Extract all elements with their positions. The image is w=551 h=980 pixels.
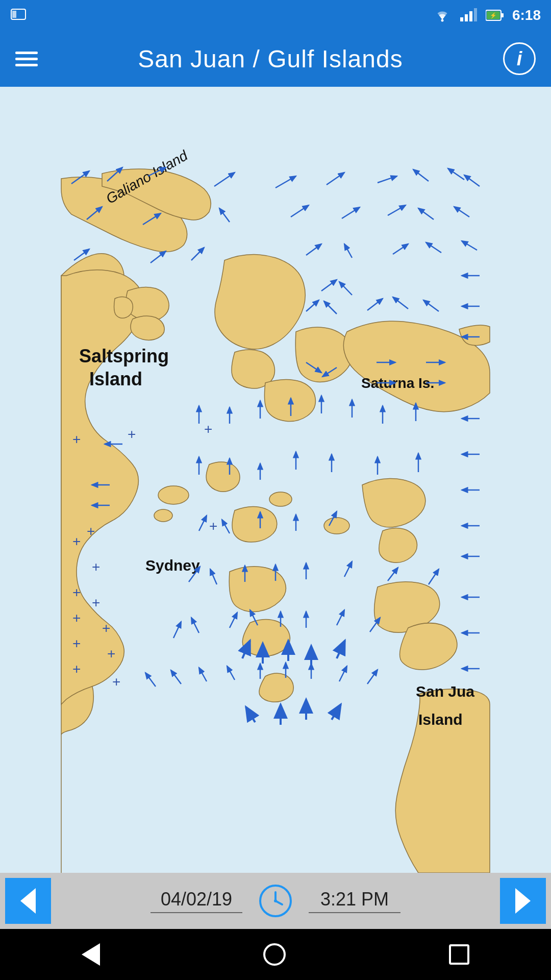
next-button[interactable] xyxy=(500,878,546,924)
svg-text:+: + xyxy=(204,421,212,437)
recents-button[interactable] xyxy=(449,944,469,965)
svg-rect-5 xyxy=(469,11,472,21)
svg-marker-146 xyxy=(20,888,36,914)
back-button[interactable] xyxy=(82,943,100,966)
status-time: 6:18 xyxy=(512,7,541,23)
svg-text:+: + xyxy=(102,620,110,636)
svg-point-150 xyxy=(274,899,277,902)
svg-rect-8 xyxy=(501,13,504,17)
svg-text:+: + xyxy=(112,674,120,690)
svg-text:+: + xyxy=(72,431,81,447)
svg-text:+: + xyxy=(72,533,81,549)
svg-text:⚡: ⚡ xyxy=(490,12,497,19)
date-display[interactable]: 04/02/19 xyxy=(151,889,242,913)
battery-icon: ⚡ xyxy=(486,9,504,22)
svg-text:Island: Island xyxy=(89,369,142,389)
svg-point-12 xyxy=(158,486,189,504)
map-svg: + + + + + + + + + + + + + + + Galiano Is… xyxy=(0,87,551,873)
svg-text:Island: Island xyxy=(418,711,463,728)
svg-point-2 xyxy=(441,19,443,22)
svg-marker-151 xyxy=(515,888,531,914)
svg-text:+: + xyxy=(72,610,81,626)
svg-text:Sydney: Sydney xyxy=(145,557,200,574)
info-button[interactable]: i xyxy=(503,42,536,75)
svg-point-14 xyxy=(269,492,292,506)
svg-text:+: + xyxy=(72,661,81,677)
status-bar: ⚡ 6:18 xyxy=(0,0,551,31)
svg-rect-1 xyxy=(12,11,16,18)
svg-point-15 xyxy=(324,518,349,534)
android-nav-bar xyxy=(0,929,551,980)
svg-rect-6 xyxy=(474,8,477,21)
svg-text:Saltspring: Saltspring xyxy=(79,346,169,366)
app-bar: San Juan / Gulf Islands i xyxy=(0,31,551,87)
wifi-icon xyxy=(433,8,452,22)
svg-rect-3 xyxy=(460,17,463,21)
signal-icon xyxy=(460,8,478,22)
svg-point-13 xyxy=(154,509,172,522)
svg-text:Saturna Is.: Saturna Is. xyxy=(361,375,434,391)
hamburger-menu-icon[interactable] xyxy=(15,52,38,66)
svg-text:+: + xyxy=(92,559,100,575)
svg-text:+: + xyxy=(72,635,81,651)
svg-text:+: + xyxy=(92,595,100,610)
prev-button[interactable] xyxy=(5,878,51,924)
app-title: San Juan / Gulf Islands xyxy=(138,45,403,73)
svg-rect-4 xyxy=(465,14,468,21)
svg-text:+: + xyxy=(128,426,136,442)
bottom-controls: 04/02/19 3:21 PM xyxy=(0,873,551,929)
svg-text:San Jua: San Jua xyxy=(416,683,474,700)
time-display[interactable]: 3:21 PM xyxy=(309,889,400,913)
map-container[interactable]: + + + + + + + + + + + + + + + Galiano Is… xyxy=(0,87,551,873)
svg-text:+: + xyxy=(209,518,217,534)
clock-icon xyxy=(258,883,293,919)
svg-text:+: + xyxy=(107,646,115,662)
svg-text:+: + xyxy=(87,523,95,539)
home-button[interactable] xyxy=(263,943,286,966)
svg-text:+: + xyxy=(72,584,81,600)
